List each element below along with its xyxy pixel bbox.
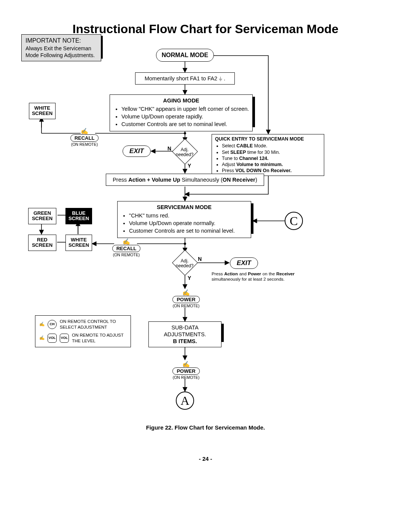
n-label: N (198, 256, 202, 262)
hand-icon: ✍ (39, 335, 45, 341)
exit-node-1: EXIT (123, 145, 151, 157)
serviceman-item: Volume Up/Down operate normally. (129, 220, 248, 227)
recall-button-1: ✍ RECALL (ON REMOTE) (69, 127, 100, 147)
aging-item: Customer Controls are set to nominal lev… (121, 121, 249, 128)
normal-mode-node: NORMAL MODE (156, 49, 214, 62)
recall-pill: RECALL (70, 134, 99, 142)
quick-entry-box: QUICK ENTRY TO SERVICEMAN MODE Select CA… (212, 134, 324, 176)
hand-icon: ✍ (123, 238, 130, 245)
legend-row-text: ON REMOTE CONTROL TO SELECT ADJUSTMENT (60, 319, 127, 330)
sub-data-line1: SUB-DATA ADJUSTMENTS. (152, 324, 218, 338)
aging-mode-heading: AGING MODE (113, 97, 249, 104)
y-label: Y (188, 163, 191, 169)
white-screen-box-2: WHITE SCREEN (65, 235, 92, 251)
important-note-body: Always Exit the Serviceman Mode Followin… (25, 45, 97, 59)
momentary-short-box: Momentarily short FA1 to FA2 ⏚ . (135, 72, 235, 85)
power-button-1: ✍ POWER (ON REMOTE) (170, 289, 202, 308)
hand-icon: ✍ (81, 128, 88, 135)
quick-entry-item: Select CABLE Mode. (222, 143, 321, 149)
quick-entry-item: Tune to Channel 124. (222, 155, 321, 161)
aging-item: Yellow "CHK" appears in upper left corne… (121, 105, 249, 112)
page-number: - 24 - (0, 455, 411, 462)
vol-chip-icon: VOL (48, 334, 57, 343)
serviceman-item: Customer Controls are set to nominal lev… (129, 227, 248, 234)
power-pill: POWER (172, 367, 199, 375)
aging-mode-box: AGING MODE Yellow "CHK" appears in upper… (110, 94, 253, 131)
svg-point-19 (184, 243, 186, 245)
on-remote-label: (ON REMOTE) (170, 375, 202, 380)
hand-icon: ✍ (182, 289, 190, 296)
aging-item: Volume Up/Down operate rapidly. (121, 113, 249, 120)
serviceman-mode-heading: SERVICEMAN MODE (121, 204, 248, 211)
press-action-box: Press Action + Volume Up Simultaneously … (106, 174, 264, 186)
red-screen-box: RED SCREEN (28, 235, 56, 251)
power-pill: POWER (172, 296, 199, 303)
y-label: Y (188, 275, 191, 281)
serviceman-item: "CHK" turns red. (129, 212, 248, 219)
sub-data-box: SUB-DATA ADJUSTMENTS. B ITEMS. (148, 321, 221, 347)
white-screen-box: WHITE SCREEN (29, 103, 56, 119)
adj-needed-label: Adj. needed? (173, 259, 196, 268)
adj-needed-label: Adj. needed? (173, 147, 196, 157)
connector-c: C (285, 212, 303, 230)
legend-box: ✍ CH ON REMOTE CONTROL TO SELECT ADJUSTM… (35, 315, 131, 347)
blue-screen-box: BLUE SCREEN (65, 208, 92, 224)
quick-entry-item: Set SLEEP time for 30 Min. (222, 149, 321, 155)
adj-needed-diamond-1: Adj. needed? (172, 139, 198, 165)
exit-node-2: EXIT (230, 257, 258, 269)
quick-entry-heading: QUICK ENTRY TO SERVICEMAN MODE (215, 136, 321, 142)
n-label: N (167, 145, 171, 152)
adj-needed-diamond-2: Adj. needed? (172, 250, 198, 276)
serviceman-mode-box: SERVICEMAN MODE "CHK" turns red. Volume … (117, 201, 251, 238)
hand-icon: ✍ (182, 361, 190, 368)
power-button-2: ✍ POWER (ON REMOTE) (170, 360, 202, 380)
svg-point-17 (184, 132, 186, 134)
recall-pill: RECALL (112, 245, 141, 252)
recall-button-2: ✍ RECALL (ON REMOTE) (111, 238, 142, 257)
quick-entry-item: Adjust Volume to minimum. (222, 161, 321, 168)
ch-chip-icon: CH (48, 320, 57, 329)
figure-caption: Figure 22. Flow Chart for Serviceman Mod… (0, 424, 411, 431)
important-note-heading: IMPORTANT NOTE: (25, 37, 97, 45)
on-remote-label: (ON REMOTE) (170, 304, 202, 308)
green-screen-box: GREEN SCREEN (28, 208, 56, 224)
connector-a: A (176, 391, 194, 410)
hand-icon: ✍ (39, 321, 45, 327)
sub-data-line2: B ITEMS. (152, 338, 218, 345)
exit-instruction-text: Press Action and Power on the Receiver s… (212, 271, 295, 282)
quick-entry-item: Press VOL DOWN On Receiver. (222, 168, 321, 174)
vol-chip-icon: VOL (60, 334, 69, 343)
legend-row-text: ON REMOTE TO ADJUST THE LEVEL (72, 332, 127, 344)
on-remote-label: (ON REMOTE) (111, 252, 142, 257)
important-note: IMPORTANT NOTE: Always Exit the Servicem… (21, 34, 101, 61)
on-remote-label: (ON REMOTE) (69, 142, 100, 147)
